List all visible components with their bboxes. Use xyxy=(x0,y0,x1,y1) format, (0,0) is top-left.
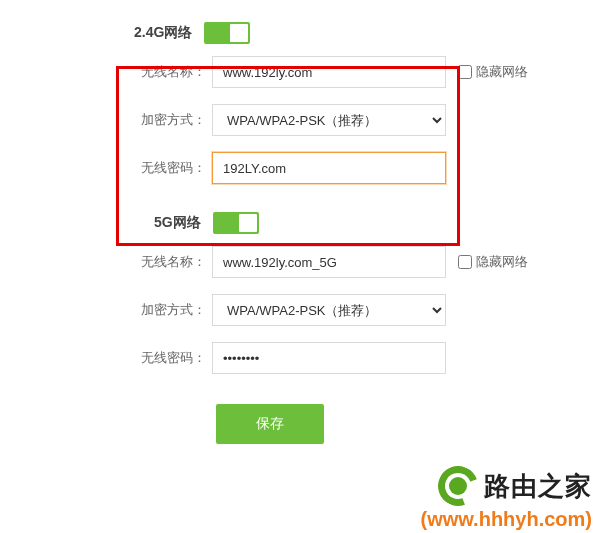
toggle-5g-knob xyxy=(239,214,257,232)
checkbox-24g-hide[interactable] xyxy=(458,65,472,79)
select-24g-enc[interactable]: WPA/WPA2-PSK（推荐） xyxy=(212,104,446,136)
select-5g-enc[interactable]: WPA/WPA2-PSK（推荐） xyxy=(212,294,446,326)
brand-watermark: 路由之家 (www.hhhyh.com) xyxy=(421,466,592,531)
input-24g-ssid[interactable] xyxy=(212,56,446,88)
section-5g-title: 5G网络 xyxy=(154,214,201,232)
toggle-5g[interactable] xyxy=(213,212,259,234)
brand-name: 路由之家 xyxy=(484,469,592,504)
row-24g-pwd: 无线密码： xyxy=(134,152,600,184)
section-5g-header: 5G网络 xyxy=(154,212,600,234)
label-5g-hide: 隐藏网络 xyxy=(476,253,528,271)
label-5g-enc: 加密方式： xyxy=(134,301,212,319)
label-5g-pwd: 无线密码： xyxy=(134,349,212,367)
label-24g-ssid: 无线名称： xyxy=(134,63,212,81)
section-24g-title: 2.4G网络 xyxy=(134,24,192,42)
input-24g-password[interactable] xyxy=(212,152,446,184)
label-24g-pwd: 无线密码： xyxy=(134,159,212,177)
section-24g-header: 2.4G网络 xyxy=(134,22,600,44)
checkbox-5g-hide[interactable] xyxy=(458,255,472,269)
row-5g-pwd: 无线密码： xyxy=(134,342,600,374)
input-5g-password[interactable] xyxy=(212,342,446,374)
toggle-24g[interactable] xyxy=(204,22,250,44)
row-24g-enc: 加密方式： WPA/WPA2-PSK（推荐） xyxy=(134,104,600,136)
label-24g-enc: 加密方式： xyxy=(134,111,212,129)
hide-5g-wrap[interactable]: 隐藏网络 xyxy=(458,253,528,271)
toggle-24g-knob xyxy=(230,24,248,42)
brand-url: (www.hhhyh.com) xyxy=(421,508,592,531)
row-5g-enc: 加密方式： WPA/WPA2-PSK（推荐） xyxy=(134,294,600,326)
row-5g-ssid: 无线名称： 隐藏网络 xyxy=(134,246,600,278)
hide-24g-wrap[interactable]: 隐藏网络 xyxy=(458,63,528,81)
label-5g-ssid: 无线名称： xyxy=(134,253,212,271)
input-5g-ssid[interactable] xyxy=(212,246,446,278)
label-24g-hide: 隐藏网络 xyxy=(476,63,528,81)
row-24g-ssid: 无线名称： 隐藏网络 xyxy=(134,56,600,88)
brand-logo-icon xyxy=(438,466,478,506)
save-button[interactable]: 保存 xyxy=(216,404,324,444)
